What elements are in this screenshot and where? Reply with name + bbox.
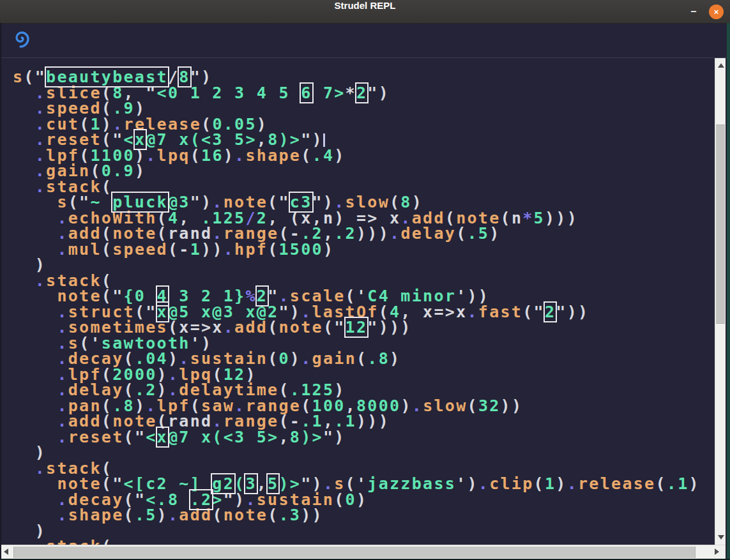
code-token: * — [346, 84, 356, 102]
code-token: ( — [168, 240, 179, 259]
code-token: ( — [212, 506, 223, 524]
code-token: note — [224, 506, 268, 524]
code-token: ) — [334, 146, 345, 165]
code-token: * — [522, 209, 533, 227]
code-token: ) — [224, 146, 234, 165]
code-token: (" — [323, 318, 346, 337]
code-token: ( — [190, 146, 201, 165]
code-token: slow — [423, 397, 467, 415]
code-token: ( — [655, 474, 666, 493]
toolbar — [0, 24, 730, 58]
code-token: . — [234, 146, 245, 165]
code-token: ) — [323, 240, 334, 259]
code-token: ( — [268, 349, 278, 368]
code-token: ) — [135, 162, 146, 180]
close-icon: × — [714, 7, 719, 17]
horizontal-scrollbar-thumb[interactable] — [13, 547, 696, 558]
code-token: ( — [301, 146, 312, 165]
code-token: delay — [400, 224, 456, 243]
code-token: ( — [102, 537, 112, 545]
code-token: gain — [312, 349, 356, 368]
code-token: <0 1 2 3 4 5 — [157, 84, 301, 102]
code-token: speed — [112, 240, 168, 259]
code-token: ( — [468, 397, 478, 415]
code-token: "))) — [367, 318, 411, 337]
scroll-right-arrow-icon[interactable] — [715, 549, 719, 555]
code-token: clip — [489, 474, 533, 493]
code-token: < — [146, 428, 156, 446]
code-token: ( — [268, 240, 278, 259]
code-token: )) — [201, 240, 224, 259]
scroll-left-arrow-icon[interactable] — [4, 549, 8, 555]
code-token: shape — [68, 506, 124, 524]
vertical-scrollbar-thumb[interactable] — [716, 125, 725, 324]
window-left-border — [0, 23, 1, 560]
code-token: ( — [534, 474, 545, 493]
code-token: ) — [489, 224, 500, 243]
code-token: add — [179, 506, 212, 524]
code-editor[interactable]: s("beautybeast/8") .slice(8, "<0 1 2 3 4… — [0, 58, 715, 545]
code-token: lpq — [157, 146, 190, 165]
code-token: . — [57, 428, 68, 446]
scroll-up-arrow-icon[interactable] — [718, 63, 724, 68]
code-token: ) — [290, 349, 301, 368]
code-token: ") — [367, 84, 390, 102]
code-token: ")) — [556, 303, 589, 321]
code-token: . — [57, 506, 68, 524]
code-token: ) — [157, 506, 168, 524]
code-line[interactable]: .mul(speed(-1)).hpf(1500) — [13, 242, 700, 258]
code-token: mul — [68, 240, 102, 259]
code-token: . — [412, 397, 423, 415]
code-token: . — [224, 318, 234, 337]
titlebar[interactable]: Strudel REPL – × — [0, 0, 730, 24]
close-button[interactable]: × — [709, 4, 724, 19]
code-line[interactable]: .reset("<x@7 x(<3 5>,8)>") — [13, 430, 700, 446]
code-token: 1 — [545, 474, 556, 493]
text-cursor — [323, 133, 325, 147]
code-line[interactable]: .shape(.5).add(note(.3)) — [13, 508, 700, 524]
vertical-scrollbar[interactable] — [715, 58, 726, 545]
code-token: ) — [390, 349, 400, 368]
code-token: (" — [522, 303, 545, 321]
window-right-border[interactable] — [727, 23, 730, 560]
code-line[interactable]: ) — [13, 257, 700, 273]
code-line[interactable]: .stack( — [13, 539, 700, 545]
strudel-spiral-logo-icon[interactable] — [11, 30, 32, 50]
code-token: release — [578, 474, 655, 493]
scroll-down-arrow-icon[interactable] — [718, 535, 724, 540]
code-token: ))) — [356, 224, 390, 243]
code-token: fast — [478, 303, 522, 321]
code-token: jazzbass — [367, 474, 456, 493]
window-controls: – × — [688, 0, 724, 23]
code-line[interactable]: ) — [13, 445, 700, 461]
code-token: . — [390, 224, 400, 243]
code-token: add — [234, 318, 268, 337]
code-token: ) — [400, 397, 411, 415]
code-token: . — [301, 349, 312, 368]
minimize-button[interactable]: – — [688, 6, 699, 17]
code-token: 32 — [478, 397, 501, 415]
code-token: . — [567, 474, 578, 493]
code-token: 8)> — [290, 428, 323, 446]
code-token: .1 — [667, 474, 689, 493]
code-token: ))) — [356, 412, 390, 430]
code-token: .5 — [468, 224, 490, 243]
code-token: 7> — [312, 84, 346, 102]
code-token: ) — [556, 474, 567, 493]
code-token: ( — [268, 318, 278, 337]
code-token: shape — [245, 146, 301, 165]
code-token: 1500 — [279, 240, 323, 259]
code-token: )) — [501, 397, 523, 415]
code-token: 1 — [190, 240, 201, 259]
code-line[interactable]: .gain(0.9) — [13, 163, 700, 179]
code-area[interactable]: s("beautybeast/8") .slice(8, "<0 1 2 3 4… — [13, 70, 700, 545]
code-token: )) — [301, 506, 323, 524]
code-token: ) — [689, 474, 700, 493]
code-line[interactable]: ) — [13, 524, 700, 540]
horizontal-scrollbar[interactable] — [0, 545, 726, 559]
strudel-repl-window: Strudel REPL – × s("beautybeast/8") .sli… — [0, 0, 730, 560]
code-token: . — [467, 303, 478, 321]
code-token: . — [57, 240, 68, 259]
code-token: ( — [268, 506, 278, 524]
code-token: ( — [356, 349, 367, 368]
